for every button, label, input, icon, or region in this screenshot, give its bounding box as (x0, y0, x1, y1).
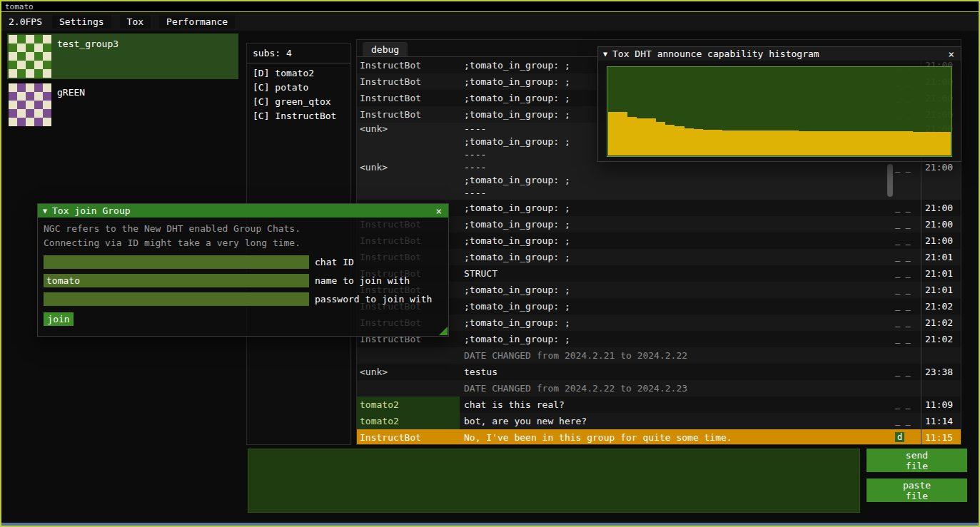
histogram-bar (694, 129, 703, 155)
timestamp: 11:15 (921, 429, 961, 444)
timestamp (921, 347, 961, 364)
group-list-item[interactable]: gREEN (7, 82, 238, 128)
join-group-window-titlebar[interactable]: ▼ Tox join Group × (38, 204, 448, 218)
chat-message-text: ;tomato_in_group: ; (460, 232, 895, 249)
resize-grip-icon[interactable] (439, 327, 448, 335)
chat-message-text: ;tomato_in_group: ; (460, 298, 895, 314)
timestamp: 23:38 (921, 364, 961, 380)
chat-message-text: testus (460, 364, 895, 380)
histogram-bar (656, 122, 665, 155)
chat-sender (357, 380, 460, 396)
close-icon[interactable]: × (435, 205, 443, 217)
histogram-bar (865, 131, 874, 155)
chat-scrollbar[interactable] (887, 164, 893, 197)
histogram-bar (665, 125, 675, 155)
paste-file-button-line2: file (906, 491, 928, 501)
timestamp: 11:14 (921, 413, 961, 429)
histogram-bar (817, 131, 827, 155)
member-list-item[interactable]: [C] InstructBot (253, 109, 345, 123)
menu-item-performance[interactable]: Performance (159, 15, 235, 29)
window-title: tomato (5, 2, 34, 11)
chat-row: DATE CHANGED from 2024.2.22 to 2024.2.23 (357, 380, 961, 396)
menu-item-tox[interactable]: Tox (120, 15, 151, 29)
send-file-button-line1: send (906, 450, 928, 461)
group-avatar-identicon (9, 83, 51, 126)
histogram-bar (685, 128, 694, 155)
delivery-marks (895, 347, 921, 364)
histogram-bar (646, 118, 655, 155)
join-name-input[interactable] (44, 274, 309, 287)
chat-message-line: ---- (464, 187, 895, 200)
timestamp: 21:01 (921, 249, 961, 265)
timestamp: 21:02 (921, 314, 961, 331)
chat-sender: <unk> (357, 123, 460, 161)
histogram-bar (703, 130, 712, 155)
histogram-bar (827, 131, 837, 155)
chat-sender: <unk> (357, 161, 460, 200)
chat-row: <unk>----;tomato_in_group: ;----_ _21:00 (357, 161, 961, 200)
tab-debug[interactable]: debug (363, 42, 408, 56)
histogram-bar (884, 131, 894, 155)
delivery-marks: _ _ (895, 216, 921, 232)
delivery-marks: _ _ (895, 314, 921, 331)
delivery-marks: _ _ (895, 161, 921, 200)
paste-file-button[interactable]: paste file (867, 479, 967, 502)
chat-message-text: ;tomato_in_group: ; (460, 249, 895, 265)
histogram-bar (941, 132, 950, 155)
chat-row: DATE CHANGED from 2024.2.21 to 2024.2.22 (357, 347, 961, 364)
delivery-marks: d (895, 429, 921, 444)
timestamp: 21:00 (921, 200, 961, 216)
fps-counter: 2.0FPS (7, 15, 44, 29)
chat-message-text: No, I've been in this group for quite so… (460, 429, 895, 444)
timestamp: 21:01 (921, 265, 961, 282)
chat-sender: InstructBot (357, 106, 460, 123)
close-icon[interactable]: × (947, 48, 956, 60)
histogram-bar (846, 131, 855, 155)
send-file-button-line2: file (906, 461, 928, 471)
delivery-marks: _ _ (895, 282, 921, 298)
chat-message-line: ---- (464, 161, 895, 174)
chat-sender (357, 347, 460, 364)
collapse-arrow-icon[interactable]: ▼ (603, 50, 607, 58)
collapse-arrow-icon[interactable]: ▼ (43, 207, 47, 215)
timestamp: 21:00 (921, 216, 961, 232)
histogram-bar (808, 131, 817, 155)
group-list-item[interactable]: test_group3 (7, 34, 238, 79)
chat-message-text: ;tomato_in_group: ; (460, 216, 895, 232)
member-list-item[interactable]: [C] green_qtox (253, 95, 345, 109)
histogram-bar (799, 131, 808, 155)
join-password-input[interactable] (44, 292, 309, 306)
histogram-bar (789, 131, 798, 155)
histogram-bar (751, 131, 760, 155)
join-name-label: name to join with (315, 275, 410, 286)
dht-histogram-window: ▼ Tox DHT announce capability histogram … (597, 46, 961, 162)
separator (247, 63, 350, 63)
dht-histogram-body (598, 61, 961, 163)
chat-message-text: ;tomato_in_group: ; (460, 200, 895, 216)
histogram-bar (931, 132, 941, 155)
dht-histogram-plot (607, 66, 952, 157)
delivery-marks: _ _ (895, 364, 921, 380)
member-list-item[interactable]: [D] tomato2 (253, 66, 345, 81)
message-input[interactable] (248, 449, 860, 513)
member-list-item[interactable]: [C] potato (253, 81, 345, 95)
join-group-window: ▼ Tox join Group × NGC refers to the New… (37, 203, 449, 337)
chat-message-text: ;tomato_in_group: ; (460, 331, 895, 347)
chat-message-text: bot, are you new here? (460, 413, 895, 429)
chat-id-label: chat ID (315, 257, 354, 267)
send-file-button[interactable]: send file (867, 449, 967, 472)
dht-histogram-window-titlebar[interactable]: ▼ Tox DHT announce capability histogram … (598, 47, 961, 61)
group-avatar-identicon (9, 35, 51, 78)
window-titlebar[interactable]: tomato (1, 1, 979, 12)
chat-message-text: ;tomato_in_group: ; (460, 282, 895, 298)
chat-row: <unk>testus_ _23:38 (357, 364, 961, 380)
group-name: gREEN (57, 83, 85, 126)
chat-message-line: ;tomato_in_group: ; (464, 174, 895, 187)
histogram-bar (732, 131, 741, 155)
chat-id-input[interactable] (44, 255, 309, 269)
join-button[interactable]: join (44, 312, 74, 326)
chat-message-text: ;tomato_in_group: ; (460, 314, 895, 331)
chat-message-text: ----;tomato_in_group: ;---- (460, 161, 895, 200)
chat-sender: InstructBot (357, 429, 460, 444)
menu-item-settings[interactable]: Settings (52, 15, 111, 29)
